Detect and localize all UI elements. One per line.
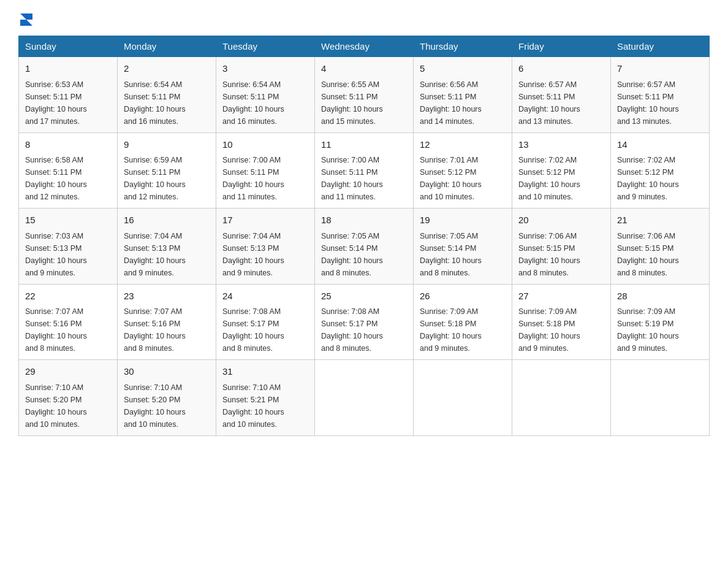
day-info: Sunrise: 6:54 AMSunset: 5:11 PMDaylight:… xyxy=(124,79,210,128)
day-number: 10 xyxy=(222,138,308,152)
calendar-table: SundayMondayTuesdayWednesdayThursdayFrid… xyxy=(18,36,710,436)
calendar-cell: 13Sunrise: 7:02 AMSunset: 5:12 PMDayligh… xyxy=(512,132,611,209)
day-info: Sunrise: 7:08 AMSunset: 5:17 PMDaylight:… xyxy=(321,305,407,354)
calendar-cell: 2Sunrise: 6:54 AMSunset: 5:11 PMDaylight… xyxy=(118,57,216,133)
day-number: 5 xyxy=(420,62,506,76)
calendar-cell: 16Sunrise: 7:04 AMSunset: 5:13 PMDayligh… xyxy=(118,209,216,285)
calendar-cell: 14Sunrise: 7:02 AMSunset: 5:12 PMDayligh… xyxy=(611,132,710,209)
calendar-cell xyxy=(512,360,611,436)
calendar-cell: 3Sunrise: 6:54 AMSunset: 5:11 PMDaylight… xyxy=(216,57,315,133)
day-info: Sunrise: 7:06 AMSunset: 5:15 PMDaylight:… xyxy=(617,230,703,279)
calendar-week-row: 29Sunrise: 7:10 AMSunset: 5:20 PMDayligh… xyxy=(19,360,710,436)
day-info: Sunrise: 7:00 AMSunset: 5:11 PMDaylight:… xyxy=(222,154,308,203)
header-sunday: Sunday xyxy=(19,36,118,57)
day-number: 6 xyxy=(518,62,604,76)
day-info: Sunrise: 7:06 AMSunset: 5:15 PMDaylight:… xyxy=(518,230,604,279)
calendar-cell: 15Sunrise: 7:03 AMSunset: 5:13 PMDayligh… xyxy=(19,209,118,285)
calendar-cell: 17Sunrise: 7:04 AMSunset: 5:13 PMDayligh… xyxy=(216,209,315,285)
day-number: 15 xyxy=(25,213,111,228)
day-info: Sunrise: 7:02 AMSunset: 5:12 PMDaylight:… xyxy=(617,154,703,203)
day-number: 7 xyxy=(617,62,703,76)
day-info: Sunrise: 7:09 AMSunset: 5:18 PMDaylight:… xyxy=(420,305,506,354)
calendar-cell: 11Sunrise: 7:00 AMSunset: 5:11 PMDayligh… xyxy=(315,132,414,209)
day-info: Sunrise: 6:54 AMSunset: 5:11 PMDaylight:… xyxy=(222,79,308,128)
day-number: 11 xyxy=(321,138,407,152)
day-number: 3 xyxy=(222,62,308,76)
calendar-cell: 19Sunrise: 7:05 AMSunset: 5:14 PMDayligh… xyxy=(414,209,512,285)
day-info: Sunrise: 6:55 AMSunset: 5:11 PMDaylight:… xyxy=(321,79,407,128)
day-info: Sunrise: 7:00 AMSunset: 5:11 PMDaylight:… xyxy=(321,154,407,203)
day-number: 16 xyxy=(124,213,210,228)
calendar-cell: 4Sunrise: 6:55 AMSunset: 5:11 PMDaylight… xyxy=(315,57,414,133)
day-info: Sunrise: 7:09 AMSunset: 5:19 PMDaylight:… xyxy=(617,305,703,354)
calendar-cell: 7Sunrise: 6:57 AMSunset: 5:11 PMDaylight… xyxy=(611,57,710,133)
day-number: 26 xyxy=(420,289,506,304)
calendar-cell xyxy=(611,360,710,436)
day-number: 1 xyxy=(25,62,111,76)
calendar-cell: 25Sunrise: 7:08 AMSunset: 5:17 PMDayligh… xyxy=(315,284,414,360)
day-number: 21 xyxy=(617,213,703,228)
day-number: 18 xyxy=(321,213,407,228)
day-number: 20 xyxy=(518,213,604,228)
calendar-week-row: 15Sunrise: 7:03 AMSunset: 5:13 PMDayligh… xyxy=(19,209,710,285)
day-info: Sunrise: 7:07 AMSunset: 5:16 PMDaylight:… xyxy=(124,305,210,354)
day-number: 31 xyxy=(222,365,308,379)
day-info: Sunrise: 6:56 AMSunset: 5:11 PMDaylight:… xyxy=(420,79,506,128)
calendar-cell: 31Sunrise: 7:10 AMSunset: 5:21 PMDayligh… xyxy=(216,360,315,436)
day-info: Sunrise: 7:02 AMSunset: 5:12 PMDaylight:… xyxy=(518,154,604,203)
calendar-cell: 24Sunrise: 7:08 AMSunset: 5:17 PMDayligh… xyxy=(216,284,315,360)
calendar-cell: 5Sunrise: 6:56 AMSunset: 5:11 PMDaylight… xyxy=(414,57,512,133)
day-number: 2 xyxy=(124,62,210,76)
day-info: Sunrise: 7:08 AMSunset: 5:17 PMDaylight:… xyxy=(222,305,308,354)
day-number: 23 xyxy=(124,289,210,304)
calendar-cell xyxy=(414,360,512,436)
day-number: 17 xyxy=(222,213,308,228)
day-info: Sunrise: 6:57 AMSunset: 5:11 PMDaylight:… xyxy=(518,79,604,128)
calendar-cell: 27Sunrise: 7:09 AMSunset: 5:18 PMDayligh… xyxy=(512,284,611,360)
day-number: 13 xyxy=(518,138,604,152)
header-tuesday: Tuesday xyxy=(216,36,315,57)
calendar-cell: 18Sunrise: 7:05 AMSunset: 5:14 PMDayligh… xyxy=(315,209,414,285)
header-monday: Monday xyxy=(118,36,216,57)
day-info: Sunrise: 6:59 AMSunset: 5:11 PMDaylight:… xyxy=(124,154,210,203)
calendar-week-row: 22Sunrise: 7:07 AMSunset: 5:16 PMDayligh… xyxy=(19,284,710,360)
day-number: 27 xyxy=(518,289,604,304)
header-wednesday: Wednesday xyxy=(315,36,414,57)
day-number: 29 xyxy=(25,365,111,379)
calendar-cell: 30Sunrise: 7:10 AMSunset: 5:20 PMDayligh… xyxy=(118,360,216,436)
calendar-header-row: SundayMondayTuesdayWednesdayThursdayFrid… xyxy=(19,36,710,57)
day-number: 24 xyxy=(222,289,308,304)
header-thursday: Thursday xyxy=(414,36,512,57)
day-info: Sunrise: 7:10 AMSunset: 5:20 PMDaylight:… xyxy=(25,381,111,431)
calendar-cell: 20Sunrise: 7:06 AMSunset: 5:15 PMDayligh… xyxy=(512,209,611,285)
calendar-cell: 23Sunrise: 7:07 AMSunset: 5:16 PMDayligh… xyxy=(118,284,216,360)
calendar-week-row: 8Sunrise: 6:58 AMSunset: 5:11 PMDaylight… xyxy=(19,132,710,209)
day-info: Sunrise: 7:01 AMSunset: 5:12 PMDaylight:… xyxy=(420,154,506,203)
day-number: 4 xyxy=(321,62,407,76)
day-info: Sunrise: 6:53 AMSunset: 5:11 PMDaylight:… xyxy=(25,79,111,128)
day-number: 19 xyxy=(420,213,506,228)
day-number: 30 xyxy=(124,365,210,379)
day-number: 22 xyxy=(25,289,111,304)
calendar-cell: 12Sunrise: 7:01 AMSunset: 5:12 PMDayligh… xyxy=(414,132,512,209)
header-friday: Friday xyxy=(512,36,611,57)
calendar-cell: 8Sunrise: 6:58 AMSunset: 5:11 PMDaylight… xyxy=(19,132,118,209)
day-number: 25 xyxy=(321,289,407,304)
day-info: Sunrise: 7:04 AMSunset: 5:13 PMDaylight:… xyxy=(222,230,308,279)
day-info: Sunrise: 7:05 AMSunset: 5:14 PMDaylight:… xyxy=(420,230,506,279)
calendar-cell: 29Sunrise: 7:10 AMSunset: 5:20 PMDayligh… xyxy=(19,360,118,436)
calendar-cell: 6Sunrise: 6:57 AMSunset: 5:11 PMDaylight… xyxy=(512,57,611,133)
calendar-cell: 22Sunrise: 7:07 AMSunset: 5:16 PMDayligh… xyxy=(19,284,118,360)
calendar-cell: 21Sunrise: 7:06 AMSunset: 5:15 PMDayligh… xyxy=(611,209,710,285)
day-info: Sunrise: 7:07 AMSunset: 5:16 PMDaylight:… xyxy=(25,305,111,354)
calendar-week-row: 1Sunrise: 6:53 AMSunset: 5:11 PMDaylight… xyxy=(19,57,710,133)
header-saturday: Saturday xyxy=(611,36,710,57)
day-number: 8 xyxy=(25,138,111,152)
day-info: Sunrise: 7:03 AMSunset: 5:13 PMDaylight:… xyxy=(25,230,111,279)
day-info: Sunrise: 7:10 AMSunset: 5:20 PMDaylight:… xyxy=(124,381,210,431)
calendar-cell: 10Sunrise: 7:00 AMSunset: 5:11 PMDayligh… xyxy=(216,132,315,209)
day-info: Sunrise: 7:09 AMSunset: 5:18 PMDaylight:… xyxy=(518,305,604,354)
day-number: 14 xyxy=(617,138,703,152)
day-info: Sunrise: 7:10 AMSunset: 5:21 PMDaylight:… xyxy=(222,381,308,431)
page-header xyxy=(18,12,710,23)
